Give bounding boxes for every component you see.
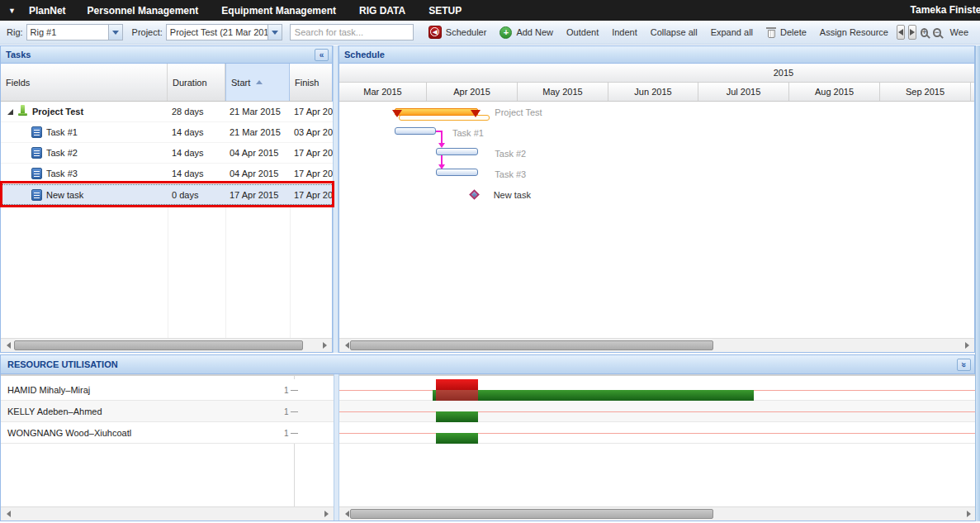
task-duration: 0 days: [172, 190, 223, 200]
resource-header: RESOURCE UTILISATION »: [1, 355, 974, 374]
expand-all-button[interactable]: Expand all: [711, 27, 753, 37]
scroll-left-arrow[interactable]: [2, 507, 15, 521]
month-label: Mar 2015: [363, 87, 401, 97]
capacity-line: [339, 433, 976, 434]
utilisation-bar-normal[interactable]: [436, 411, 478, 422]
tasks-h-scrollbar[interactable]: [1, 338, 332, 352]
scrollbar-thumb[interactable]: [14, 340, 303, 350]
project-combo-trigger[interactable]: [267, 24, 282, 40]
task-row[interactable]: Task #214 days04 Apr 201517 Apr 2015: [1, 143, 334, 164]
nav-item-equipment-management[interactable]: Equipment Management: [221, 5, 336, 17]
task-name: Task #3: [46, 169, 165, 178]
scroll-right-arrow[interactable]: [960, 339, 973, 352]
scrollbar-thumb[interactable]: [350, 509, 713, 519]
month-cell: Apr 2015: [427, 83, 518, 101]
assign-resource-button[interactable]: Assign Resource: [820, 27, 888, 37]
utilisation-bar-overlap[interactable]: [436, 390, 478, 401]
resource-splitter[interactable]: [334, 374, 339, 521]
scroll-right-arrow[interactable]: [320, 507, 333, 521]
resource-name: KELLY Adeben–Ahmed: [7, 407, 102, 416]
scheduler-button[interactable]: ◀ Scheduler: [428, 26, 487, 39]
indent-button[interactable]: Indent: [612, 27, 637, 37]
resource-grid-h-scrollbar[interactable]: [1, 506, 334, 521]
task-row[interactable]: Task #314 days04 Apr 201517 Apr 2015: [1, 164, 334, 184]
rig-label: Rig:: [7, 27, 23, 37]
schedule-panel-title: Schedule: [344, 50, 385, 59]
menu-caret-icon[interactable]: ▼: [8, 7, 16, 15]
month-label: Jun 2015: [634, 87, 671, 97]
expand-all-label: Expand all: [711, 27, 753, 37]
brand-label[interactable]: PlanNet: [29, 5, 66, 17]
gantt-bar-task[interactable]: [395, 127, 436, 135]
zoom-in-icon[interactable]: +: [921, 28, 928, 37]
rig-combo-value[interactable]: Rig #1: [26, 24, 108, 40]
capacity-tick: [291, 433, 298, 434]
task-row[interactable]: New task0 days17 Apr 201517 Apr 2015: [1, 184, 334, 205]
project-combo-value[interactable]: Project Test (21 Mar 2015: [166, 24, 267, 40]
zoom-out-icon[interactable]: −: [933, 28, 940, 37]
add-new-label: Add New: [516, 27, 553, 37]
resource-row[interactable]: HAMID Mihaly–Miraj1: [1, 379, 334, 401]
column-finish[interactable]: Finish: [290, 64, 334, 101]
month-label: Sep 2015: [906, 87, 944, 97]
collapse-all-button[interactable]: Collapse all: [651, 27, 698, 37]
utilisation-bar-normal[interactable]: [436, 433, 478, 444]
rig-combo[interactable]: Rig #1: [26, 24, 123, 40]
collapse-section-button[interactable]: »: [957, 359, 971, 371]
task-row[interactable]: Task #114 days21 Mar 201503 Apr 2015: [1, 122, 334, 143]
outdent-button[interactable]: Outdent: [566, 27, 599, 37]
task-icon: [31, 168, 42, 179]
resource-name: WONGNANG Wood–Xiuhcoatl: [7, 428, 131, 438]
schedule-h-scrollbar[interactable]: [339, 338, 974, 352]
nav-item-setup[interactable]: SETUP: [428, 5, 462, 17]
tree-expander-icon[interactable]: [7, 109, 13, 115]
capacity-label: 1: [284, 407, 289, 416]
resource-row[interactable]: KELLY Adeben–Ahmed1: [1, 401, 334, 422]
delete-label: Delete: [780, 27, 807, 37]
nav-item-rig-data[interactable]: RIG DATA: [359, 5, 405, 17]
task-duration: 14 days: [172, 169, 223, 178]
nav-item-personnel-management[interactable]: Personnel Management: [88, 5, 199, 17]
add-new-button[interactable]: + Add New: [499, 26, 553, 39]
gantt-bar-task[interactable]: [436, 148, 478, 155]
right-edge-splitter[interactable]: [975, 45, 980, 521]
gantt-milestone-diamond[interactable]: [469, 189, 480, 200]
project-label: Project:: [132, 27, 163, 37]
prev-button[interactable]: [897, 25, 905, 40]
scroll-right-arrow[interactable]: [318, 339, 331, 352]
summary-end-marker: [471, 110, 481, 117]
dependency-arrowhead-icon: [438, 143, 445, 148]
rig-combo-trigger[interactable]: [108, 24, 123, 40]
resource-chart-h-scrollbar[interactable]: [339, 506, 976, 521]
column-start[interactable]: Start: [225, 64, 290, 101]
resource-row[interactable]: WONGNANG Wood–Xiuhcoatl1: [1, 422, 334, 444]
utilisation-bar-over[interactable]: [436, 379, 478, 390]
task-row[interactable]: Project Test28 days21 Mar 201517 Apr 201…: [1, 102, 334, 122]
search-input[interactable]: [290, 24, 414, 40]
delete-button[interactable]: Delete: [766, 27, 807, 38]
panel-splitter[interactable]: [333, 45, 339, 353]
task-name: New task: [46, 190, 165, 200]
collapse-panel-button[interactable]: «: [315, 49, 329, 61]
column-duration[interactable]: Duration: [168, 64, 225, 101]
left-arrow-icon: [898, 29, 903, 36]
scroll-left-arrow[interactable]: [2, 339, 15, 352]
task-icon: [31, 147, 42, 159]
next-button[interactable]: [908, 25, 916, 40]
column-fields[interactable]: Fields: [1, 64, 168, 101]
timeline-month-row: Mar 2015Apr 2015May 2015Jun 2015Jul 2015…: [339, 83, 974, 102]
month-label: May 2015: [542, 87, 582, 97]
utilisation-bar-normal[interactable]: [433, 390, 754, 401]
week-view-button[interactable]: Wee: [950, 27, 968, 37]
scrollbar-thumb[interactable]: [350, 340, 713, 350]
task-name: Task #1: [46, 127, 165, 137]
gantt-label: Project Test: [495, 107, 542, 117]
gantt-bar-task[interactable]: [436, 169, 478, 176]
gantt-bar-summary[interactable]: [395, 108, 479, 116]
user-name[interactable]: Tameka Finister: [911, 4, 980, 16]
task-finish: 17 Apr 2015: [294, 148, 333, 158]
scroll-right-arrow[interactable]: [962, 507, 975, 521]
dependency-arrow: [441, 131, 443, 143]
project-combo[interactable]: Project Test (21 Mar 2015: [166, 24, 282, 40]
month-label: Jul 2015: [727, 87, 761, 97]
